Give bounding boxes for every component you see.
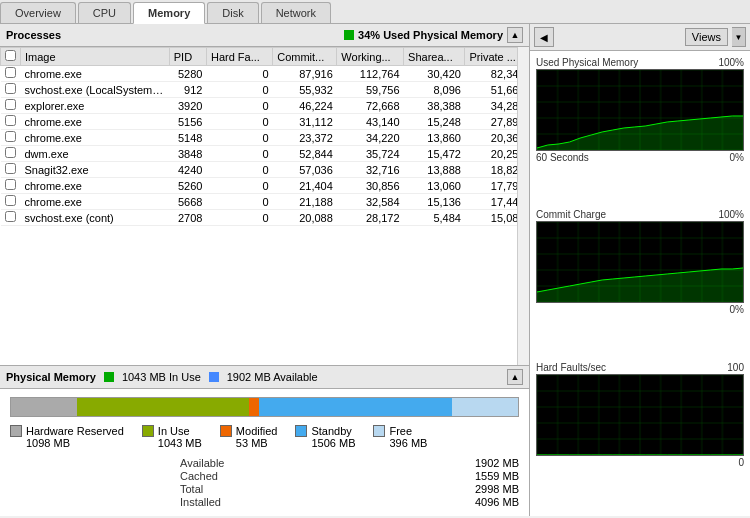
graph-bottom-right: 0 [738,457,744,468]
row-hf: 0 [206,194,272,210]
row-pid: 2708 [169,210,206,226]
row-checkbox[interactable] [5,163,16,174]
row-hf: 0 [206,146,272,162]
row-working: 35,724 [337,146,404,162]
right-toolbar: ◀ Views ▼ [530,24,750,51]
graph-canvas [537,222,743,302]
row-hf: 0 [206,82,272,98]
tab-overview[interactable]: Overview [0,2,76,23]
tab-memory[interactable]: Memory [133,2,205,24]
memory-bar-segment [452,398,518,416]
row-checkbox[interactable] [5,147,16,158]
row-hf: 0 [206,178,272,194]
row-shared: 15,136 [404,194,465,210]
process-table: Image PID Hard Fa... Commit... Working..… [0,47,529,226]
row-shared: 13,860 [404,130,465,146]
graphs-area: Used Physical Memory100%60 Seconds0%Comm… [530,51,750,516]
legend-color [10,425,22,437]
row-checkbox[interactable] [5,99,16,110]
graph-canvas-wrap [536,69,744,151]
table-row[interactable]: Snagit32.exe 4240 0 57,036 32,716 13,888… [1,162,529,178]
processes-collapse-button[interactable]: ▲ [507,27,523,43]
physical-memory-collapse-button[interactable]: ▲ [507,369,523,385]
memory-bar-segment [77,398,249,416]
col-checkbox [1,48,21,66]
col-pid[interactable]: PID [169,48,206,66]
row-working: 43,140 [337,114,404,130]
legend-color [142,425,154,437]
graph-block-2: Hard Faults/sec1000 [536,362,744,510]
row-shared: 13,888 [404,162,465,178]
row-shared: 15,248 [404,114,465,130]
tab-cpu[interactable]: CPU [78,2,131,23]
graph-canvas-wrap [536,374,744,456]
tab-network[interactable]: Network [261,2,331,23]
table-row[interactable]: chrome.exe 5668 0 21,188 32,584 15,136 1… [1,194,529,210]
views-button[interactable]: Views [685,28,728,46]
table-row[interactable]: svchost.exe (LocalSystemNetw... 912 0 55… [1,82,529,98]
graph-top-label: Commit Charge [536,209,606,220]
row-hf: 0 [206,114,272,130]
col-shared[interactable]: Sharea... [404,48,465,66]
row-checkbox[interactable] [5,115,16,126]
memory-stats: Available1902 MBCached1559 MBTotal2998 M… [0,453,529,516]
memory-bar-segment [11,398,77,416]
process-table-scrollbar[interactable] [517,47,529,365]
row-working: 32,584 [337,194,404,210]
row-commit: 23,372 [273,130,337,146]
row-checkbox[interactable] [5,131,16,142]
graph-canvas [537,375,743,455]
physical-memory-header: Physical Memory 1043 MB In Use 1902 MB A… [0,366,529,389]
row-working: 28,172 [337,210,404,226]
legend-value: 396 MB [373,437,427,449]
row-working: 112,764 [337,66,404,82]
back-button[interactable]: ◀ [534,27,554,47]
legend-item: Modified 53 MB [220,425,278,449]
legend-label: Modified [236,425,278,437]
row-image: chrome.exe [21,194,170,210]
legend-value: 1506 MB [295,437,355,449]
col-image[interactable]: Image [21,48,170,66]
col-hardfault[interactable]: Hard Fa... [206,48,272,66]
stat-label: Available [180,457,345,469]
table-row[interactable]: chrome.exe 5260 0 21,404 30,856 13,060 1… [1,178,529,194]
table-row[interactable]: chrome.exe 5148 0 23,372 34,220 13,860 2… [1,130,529,146]
graph-canvas-wrap [536,221,744,303]
row-hf: 0 [206,98,272,114]
memory-legend: Hardware Reserved 1098 MB In Use 1043 MB… [0,421,529,453]
stat-value: 2998 MB [355,483,519,495]
row-shared: 13,060 [404,178,465,194]
col-working[interactable]: Working... [337,48,404,66]
row-pid: 4240 [169,162,206,178]
row-pid: 3920 [169,98,206,114]
row-image: chrome.exe [21,66,170,82]
row-commit: 21,404 [273,178,337,194]
views-dropdown-button[interactable]: ▼ [732,27,746,47]
main-area: Processes 34% Used Physical Memory ▲ Ima… [0,24,750,516]
col-commit[interactable]: Commit... [273,48,337,66]
row-shared: 30,420 [404,66,465,82]
graph-top-right: 100% [718,57,744,68]
table-row[interactable]: explorer.exe 3920 0 46,224 72,668 38,388… [1,98,529,114]
select-all-checkbox[interactable] [5,50,16,61]
row-checkbox[interactable] [5,179,16,190]
graph-bottom-right: 0% [730,152,744,163]
row-checkbox[interactable] [5,195,16,206]
in-use-label: 1043 MB In Use [122,371,201,383]
row-commit: 31,112 [273,114,337,130]
table-row[interactable]: chrome.exe 5280 0 87,916 112,764 30,420 … [1,66,529,82]
row-checkbox[interactable] [5,211,16,222]
row-checkbox[interactable] [5,67,16,78]
legend-value: 1098 MB [10,437,70,449]
row-pid: 5156 [169,114,206,130]
row-image: chrome.exe [21,114,170,130]
row-checkbox[interactable] [5,83,16,94]
stat-value: 4096 MB [355,496,519,508]
legend-color [220,425,232,437]
graph-canvas [537,70,743,150]
table-row[interactable]: chrome.exe 5156 0 31,112 43,140 15,248 2… [1,114,529,130]
table-row[interactable]: dwm.exe 3848 0 52,844 35,724 15,472 20,2… [1,146,529,162]
row-commit: 20,088 [273,210,337,226]
table-row[interactable]: svchost.exe (cont) 2708 0 20,088 28,172 … [1,210,529,226]
tab-disk[interactable]: Disk [207,2,258,23]
